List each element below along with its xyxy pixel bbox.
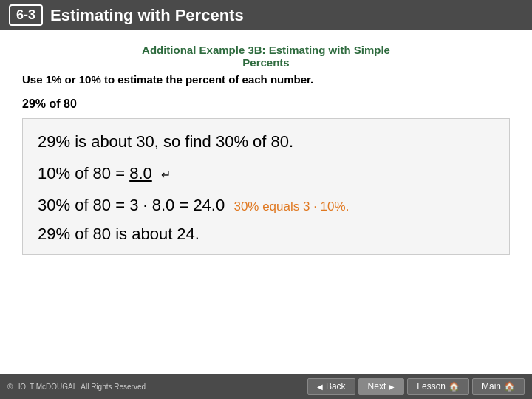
instruction-text: Use 1% or 10% to estimate the percent of… <box>22 72 510 87</box>
copyright-text: © HOLT McDOUGAL. All Rights Reserved <box>7 383 146 391</box>
example-title: Additional Example 3B: Estimating with S… <box>22 44 510 69</box>
lesson-button[interactable]: Lesson 🏠 <box>407 378 469 395</box>
next-button[interactable]: Next <box>358 378 405 395</box>
main-button[interactable]: Main 🏠 <box>472 378 525 395</box>
footer: © HOLT McDOUGAL. All Rights Reserved Bac… <box>0 374 532 399</box>
back-arrow-icon <box>317 381 323 392</box>
steps-container: 29% is about 30, so find 30% of 80. 10% … <box>22 118 510 255</box>
step3-annotation: 30% equals 3 · 10%. <box>233 200 349 214</box>
return-arrow-icon: ↵ <box>161 166 171 184</box>
back-button[interactable]: Back <box>307 378 355 395</box>
problem-label: 29% of 80 <box>22 98 510 111</box>
footer-nav: Back Next Lesson 🏠 Main 🏠 <box>307 378 525 395</box>
header-bar: 6-3 Estimating with Percents <box>0 0 532 30</box>
lesson-badge: 6-3 <box>9 4 43 26</box>
step-3: 30% of 80 = 3 · 8.0 = 24.0 30% equals 3 … <box>38 193 494 217</box>
step-1: 29% is about 30, so find 30% of 80. <box>38 129 494 154</box>
main-content: Additional Example 3B: Estimating with S… <box>0 30 532 262</box>
house-icon: 🏠 <box>449 381 460 392</box>
step-2: 10% of 80 = 8.0 ↵ <box>38 161 494 185</box>
next-arrow-icon <box>389 381 395 392</box>
step-4: 29% of 80 is about 24. <box>38 225 494 244</box>
main-house-icon: 🏠 <box>504 381 515 392</box>
header-title: Estimating with Percents <box>50 6 244 25</box>
